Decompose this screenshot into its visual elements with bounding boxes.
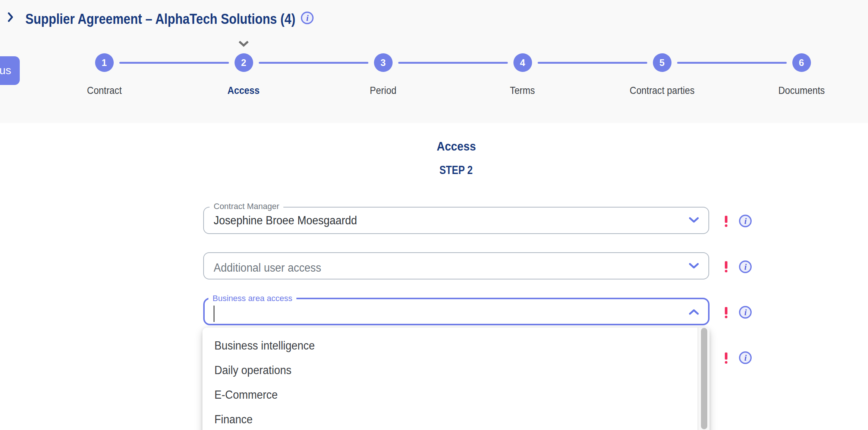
svg-text:i: i — [744, 308, 747, 317]
svg-text:i: i — [744, 262, 747, 272]
svg-text:i: i — [744, 216, 747, 226]
svg-text:i: i — [744, 353, 747, 363]
svg-text:i: i — [306, 13, 309, 23]
